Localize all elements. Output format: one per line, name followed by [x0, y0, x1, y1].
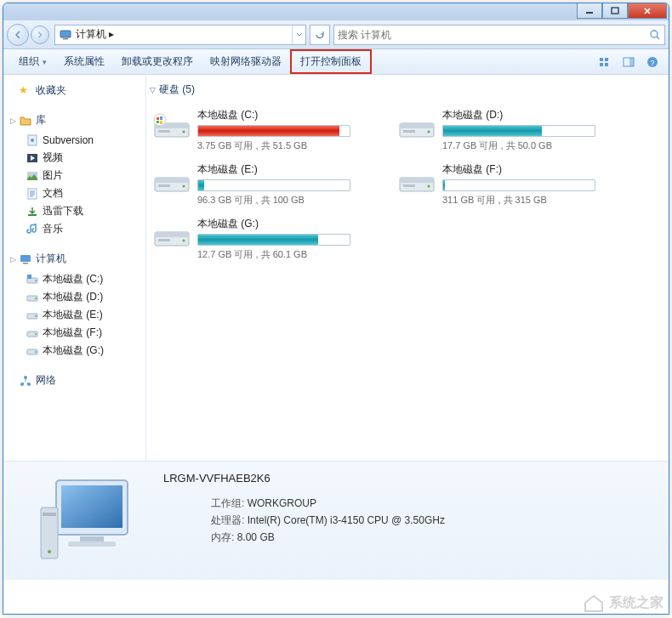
- svg-rect-62: [68, 541, 116, 547]
- svg-point-44: [427, 130, 430, 133]
- sidebar-drive-item[interactable]: 本地磁盘 (C:): [10, 270, 142, 288]
- svg-rect-61: [80, 536, 104, 541]
- lib-item-label: 视频: [43, 150, 63, 165]
- preview-pane-button[interactable]: [619, 53, 638, 71]
- address-bar[interactable]: 计算机 ▸: [54, 25, 306, 45]
- svg-rect-10: [629, 58, 634, 66]
- svg-rect-57: [158, 239, 170, 241]
- sidebar-drive-item[interactable]: 本地磁盘 (D:): [10, 288, 142, 306]
- refresh-button[interactable]: [310, 25, 330, 45]
- hdd-icon: [151, 220, 192, 251]
- svg-rect-6: [605, 58, 608, 61]
- sidebar-drive-item[interactable]: 本地磁盘 (F:): [10, 324, 142, 342]
- drive-name: 本地磁盘 (G:): [197, 217, 386, 231]
- hdd-icon: [396, 111, 437, 142]
- svg-point-36: [24, 376, 27, 379]
- svg-point-52: [427, 184, 430, 187]
- organize-menu[interactable]: 组织: [10, 51, 55, 72]
- svg-point-31: [35, 333, 37, 335]
- lib-item-icon: [26, 205, 39, 218]
- svg-point-27: [35, 298, 37, 299]
- drive-stat: 96.3 GB 可用 , 共 100 GB: [197, 194, 386, 207]
- drive-name: 本地磁盘 (D:): [442, 108, 631, 122]
- svg-rect-55: [155, 232, 189, 237]
- libraries-header[interactable]: ▷ 库: [10, 111, 142, 129]
- network-icon: [19, 374, 32, 388]
- workgroup-value: WORKGROUP: [248, 497, 316, 509]
- lib-item-icon: [26, 169, 39, 183]
- back-button[interactable]: [7, 24, 29, 46]
- map-drive-button[interactable]: 映射网络驱动器: [202, 51, 290, 72]
- help-button[interactable]: ?: [643, 53, 662, 71]
- address-text: 计算机 ▸: [76, 27, 292, 42]
- hdd-group-header[interactable]: ▽ 硬盘 (5): [150, 80, 660, 99]
- drive-label: 本地磁盘 (E:): [43, 308, 103, 322]
- uninstall-button[interactable]: 卸载或更改程序: [113, 51, 202, 72]
- view-options-button[interactable]: [595, 53, 614, 71]
- sidebar-library-item[interactable]: 音乐: [10, 220, 142, 238]
- drive-item[interactable]: 本地磁盘 (C:)3.75 GB 可用 , 共 51.5 GB: [150, 105, 388, 156]
- svg-point-33: [35, 351, 37, 353]
- network-header[interactable]: 网络: [10, 371, 142, 389]
- system-properties-button[interactable]: 系统属性: [55, 51, 113, 72]
- close-button[interactable]: [628, 3, 667, 19]
- drive-capacity-bar: [197, 125, 350, 137]
- search-input[interactable]: [338, 29, 649, 41]
- maximize-button[interactable]: [602, 3, 628, 19]
- drive-item[interactable]: 本地磁盘 (F:)311 GB 可用 , 共 315 GB: [395, 159, 633, 210]
- cpu-label: 处理器:: [211, 514, 244, 526]
- search-box[interactable]: [333, 25, 665, 45]
- library-icon: [19, 114, 32, 128]
- sidebar-drive-item[interactable]: 本地磁盘 (E:): [10, 306, 142, 324]
- drive-label: 本地磁盘 (G:): [43, 343, 104, 358]
- sidebar-library-item[interactable]: 文档: [10, 184, 142, 202]
- window-buttons: [577, 3, 667, 19]
- drive-capacity-bar: [442, 179, 595, 191]
- sidebar-library-item[interactable]: 视频: [10, 149, 142, 167]
- svg-rect-22: [23, 263, 28, 264]
- minimize-button[interactable]: [577, 3, 602, 19]
- svg-rect-25: [27, 275, 31, 279]
- hdd-icon: [396, 166, 437, 196]
- drive-name: 本地磁盘 (F:): [442, 162, 631, 177]
- drive-capacity-bar: [197, 234, 350, 246]
- computer-label: 计算机: [36, 252, 66, 266]
- favorites-header[interactable]: ★ 收藏夹: [10, 82, 142, 99]
- computer-header[interactable]: ▷ 计算机: [10, 250, 142, 268]
- sidebar-library-item[interactable]: 迅雷下载: [10, 202, 142, 220]
- drive-icon: [26, 326, 39, 340]
- nav-sidebar: ★ 收藏夹 ▷ 库 Subversion视频图片文档迅雷下载音乐 ▷ 计算机: [3, 75, 146, 461]
- drive-icon: [26, 273, 39, 286]
- drive-icon: [26, 309, 39, 322]
- svg-rect-40: [158, 130, 170, 133]
- mem-label: 内存:: [211, 531, 234, 543]
- computer-illustration: [27, 470, 146, 572]
- sidebar-library-item[interactable]: Subversion: [10, 132, 142, 149]
- drive-item[interactable]: 本地磁盘 (E:)96.3 GB 可用 , 共 100 GB: [150, 159, 388, 210]
- nav-bar: 计算机 ▸: [3, 20, 669, 49]
- star-icon: ★: [19, 84, 32, 98]
- svg-point-39: [182, 130, 185, 133]
- svg-rect-47: [155, 178, 189, 183]
- drive-item[interactable]: 本地磁盘 (G:)12.7 GB 可用 , 共 60.1 GB: [150, 213, 388, 264]
- svg-rect-45: [403, 130, 415, 133]
- details-text: LRGM-VVFHAEB2K6 工作组: WORKGROUP 处理器: Inte…: [163, 470, 445, 571]
- content-area: ★ 收藏夹 ▷ 库 Subversion视频图片文档迅雷下载音乐 ▷ 计算机: [3, 75, 669, 461]
- address-dropdown[interactable]: [292, 26, 305, 44]
- favorites-label: 收藏夹: [36, 83, 66, 98]
- forward-button[interactable]: [31, 26, 49, 44]
- svg-point-65: [48, 550, 51, 553]
- drive-item[interactable]: 本地磁盘 (D:)17.7 GB 可用 , 共 50.0 GB: [395, 105, 633, 156]
- svg-rect-1: [612, 8, 618, 14]
- titlebar[interactable]: [3, 3, 669, 20]
- lib-item-icon: [26, 187, 39, 201]
- hdd-icon: [151, 111, 192, 142]
- sidebar-library-item[interactable]: 图片: [10, 167, 142, 184]
- lib-item-icon: [26, 223, 39, 236]
- svg-point-48: [182, 184, 185, 187]
- drive-icon: [26, 344, 39, 358]
- control-panel-button[interactable]: 打开控制面板: [290, 49, 372, 74]
- drive-label: 本地磁盘 (F:): [43, 326, 102, 340]
- lib-item-icon: [26, 133, 39, 147]
- sidebar-drive-item[interactable]: 本地磁盘 (G:): [10, 342, 142, 360]
